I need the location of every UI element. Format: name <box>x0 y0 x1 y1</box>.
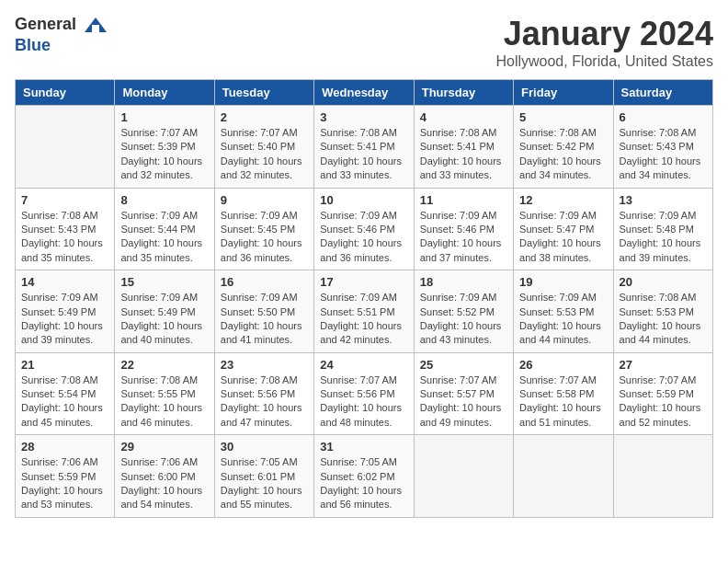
day-info: Sunrise: 7:08 AM Sunset: 5:42 PM Dayligh… <box>519 126 607 183</box>
day-number: 31 <box>320 440 407 454</box>
day-info: Sunrise: 7:09 AM Sunset: 5:51 PM Dayligh… <box>320 291 407 348</box>
day-info: Sunrise: 7:09 AM Sunset: 5:48 PM Dayligh… <box>620 209 707 266</box>
day-info: Sunrise: 7:07 AM Sunset: 5:59 PM Dayligh… <box>620 373 707 431</box>
calendar-cell: 30Sunrise: 7:05 AM Sunset: 6:01 PM Dayli… <box>214 435 313 518</box>
day-number: 24 <box>320 358 407 372</box>
day-number: 10 <box>320 193 407 207</box>
day-number: 13 <box>620 193 707 207</box>
day-info: Sunrise: 7:09 AM Sunset: 5:52 PM Dayligh… <box>420 291 507 348</box>
calendar-cell: 25Sunrise: 7:07 AM Sunset: 5:57 PM Dayli… <box>414 352 513 435</box>
day-number: 23 <box>221 358 308 372</box>
day-number: 29 <box>120 440 208 454</box>
day-number: 25 <box>420 358 507 372</box>
page-header: General Blue January 2024 Hollywood, Flo… <box>15 15 713 70</box>
calendar-cell: 22Sunrise: 7:08 AM Sunset: 5:55 PM Dayli… <box>115 352 214 435</box>
calendar-cell: 1Sunrise: 7:07 AM Sunset: 5:39 PM Daylig… <box>115 106 214 189</box>
day-number: 16 <box>221 275 308 289</box>
day-info: Sunrise: 7:08 AM Sunset: 5:53 PM Dayligh… <box>620 291 707 348</box>
calendar-week-row: 14Sunrise: 7:09 AM Sunset: 5:49 PM Dayli… <box>16 270 713 353</box>
day-number: 12 <box>519 193 607 207</box>
calendar-subtitle: Hollywood, Florida, United States <box>495 53 713 70</box>
day-info: Sunrise: 7:09 AM Sunset: 5:49 PM Dayligh… <box>120 291 208 348</box>
day-number: 28 <box>21 440 108 454</box>
calendar-cell: 27Sunrise: 7:07 AM Sunset: 5:59 PM Dayli… <box>613 352 712 435</box>
day-number: 11 <box>420 193 507 207</box>
day-info: Sunrise: 7:08 AM Sunset: 5:43 PM Dayligh… <box>21 209 108 266</box>
day-number: 8 <box>120 193 208 207</box>
day-number: 17 <box>320 275 407 289</box>
calendar-cell: 9Sunrise: 7:09 AM Sunset: 5:45 PM Daylig… <box>214 188 313 270</box>
calendar-title: January 2024 <box>495 15 713 53</box>
calendar-cell: 8Sunrise: 7:09 AM Sunset: 5:44 PM Daylig… <box>115 188 214 270</box>
day-number: 4 <box>420 110 507 124</box>
day-number: 2 <box>221 110 308 124</box>
calendar-header-row: SundayMondayTuesdayWednesdayThursdayFrid… <box>16 80 713 106</box>
svg-rect-1 <box>92 25 99 32</box>
day-info: Sunrise: 7:08 AM Sunset: 5:56 PM Dayligh… <box>221 373 308 431</box>
day-number: 27 <box>620 358 707 372</box>
calendar-day-header: Friday <box>514 80 613 106</box>
day-info: Sunrise: 7:09 AM Sunset: 5:44 PM Dayligh… <box>120 209 208 266</box>
calendar-cell <box>613 435 712 518</box>
day-info: Sunrise: 7:09 AM Sunset: 5:50 PM Dayligh… <box>221 291 308 348</box>
calendar-cell: 3Sunrise: 7:08 AM Sunset: 5:41 PM Daylig… <box>314 106 414 189</box>
calendar-cell <box>514 435 613 518</box>
day-info: Sunrise: 7:09 AM Sunset: 5:45 PM Dayligh… <box>221 209 308 266</box>
calendar-cell: 21Sunrise: 7:08 AM Sunset: 5:54 PM Dayli… <box>16 352 115 435</box>
day-number: 7 <box>21 193 108 207</box>
calendar-cell: 2Sunrise: 7:07 AM Sunset: 5:40 PM Daylig… <box>214 106 313 189</box>
calendar-cell: 18Sunrise: 7:09 AM Sunset: 5:52 PM Dayli… <box>414 270 513 353</box>
day-info: Sunrise: 7:07 AM Sunset: 5:58 PM Dayligh… <box>519 373 607 431</box>
day-info: Sunrise: 7:05 AM Sunset: 6:01 PM Dayligh… <box>221 455 308 512</box>
calendar-cell: 13Sunrise: 7:09 AM Sunset: 5:48 PM Dayli… <box>613 188 712 270</box>
logo-blue-text: Blue <box>15 36 51 54</box>
calendar-cell: 15Sunrise: 7:09 AM Sunset: 5:49 PM Dayli… <box>115 270 214 353</box>
day-info: Sunrise: 7:06 AM Sunset: 5:59 PM Dayligh… <box>21 455 108 512</box>
calendar-cell: 5Sunrise: 7:08 AM Sunset: 5:42 PM Daylig… <box>514 106 613 189</box>
calendar-cell: 16Sunrise: 7:09 AM Sunset: 5:50 PM Dayli… <box>214 270 313 353</box>
calendar-day-header: Wednesday <box>314 80 414 106</box>
calendar-cell: 20Sunrise: 7:08 AM Sunset: 5:53 PM Dayli… <box>613 270 712 353</box>
day-number: 20 <box>620 275 707 289</box>
day-info: Sunrise: 7:07 AM Sunset: 5:57 PM Dayligh… <box>420 373 507 431</box>
calendar-day-header: Sunday <box>16 80 115 106</box>
day-number: 15 <box>120 275 208 289</box>
calendar-cell: 6Sunrise: 7:08 AM Sunset: 5:43 PM Daylig… <box>613 106 712 189</box>
day-info: Sunrise: 7:05 AM Sunset: 6:02 PM Dayligh… <box>320 455 407 512</box>
calendar-cell: 19Sunrise: 7:09 AM Sunset: 5:53 PM Dayli… <box>514 270 613 353</box>
calendar-cell: 14Sunrise: 7:09 AM Sunset: 5:49 PM Dayli… <box>16 270 115 353</box>
calendar-day-header: Monday <box>115 80 214 106</box>
calendar-day-header: Tuesday <box>214 80 313 106</box>
day-info: Sunrise: 7:08 AM Sunset: 5:43 PM Dayligh… <box>620 126 707 183</box>
calendar-cell: 12Sunrise: 7:09 AM Sunset: 5:47 PM Dayli… <box>514 188 613 270</box>
logo-general-text: General <box>15 15 108 36</box>
day-number: 30 <box>221 440 308 454</box>
calendar-day-header: Thursday <box>414 80 513 106</box>
calendar-cell: 17Sunrise: 7:09 AM Sunset: 5:51 PM Dayli… <box>314 270 414 353</box>
calendar-cell: 10Sunrise: 7:09 AM Sunset: 5:46 PM Dayli… <box>314 188 414 270</box>
day-number: 9 <box>221 193 308 207</box>
calendar-cell: 24Sunrise: 7:07 AM Sunset: 5:56 PM Dayli… <box>314 352 414 435</box>
day-number: 5 <box>519 110 607 124</box>
logo: General Blue <box>15 15 108 55</box>
day-number: 18 <box>420 275 507 289</box>
day-info: Sunrise: 7:07 AM Sunset: 5:39 PM Dayligh… <box>120 126 208 183</box>
logo-icon <box>83 16 108 36</box>
day-number: 6 <box>620 110 707 124</box>
day-info: Sunrise: 7:07 AM Sunset: 5:40 PM Dayligh… <box>221 126 308 183</box>
calendar-cell: 26Sunrise: 7:07 AM Sunset: 5:58 PM Dayli… <box>514 352 613 435</box>
day-info: Sunrise: 7:08 AM Sunset: 5:55 PM Dayligh… <box>120 373 208 431</box>
calendar-week-row: 28Sunrise: 7:06 AM Sunset: 5:59 PM Dayli… <box>16 435 713 518</box>
day-number: 22 <box>120 358 208 372</box>
calendar-cell: 29Sunrise: 7:06 AM Sunset: 6:00 PM Dayli… <box>115 435 214 518</box>
calendar-day-header: Saturday <box>613 80 712 106</box>
day-number: 21 <box>21 358 108 372</box>
day-info: Sunrise: 7:07 AM Sunset: 5:56 PM Dayligh… <box>320 373 407 431</box>
calendar-cell: 23Sunrise: 7:08 AM Sunset: 5:56 PM Dayli… <box>214 352 313 435</box>
day-info: Sunrise: 7:09 AM Sunset: 5:46 PM Dayligh… <box>420 209 507 266</box>
calendar-cell: 31Sunrise: 7:05 AM Sunset: 6:02 PM Dayli… <box>314 435 414 518</box>
calendar-cell: 11Sunrise: 7:09 AM Sunset: 5:46 PM Dayli… <box>414 188 513 270</box>
day-number: 19 <box>519 275 607 289</box>
day-info: Sunrise: 7:09 AM Sunset: 5:49 PM Dayligh… <box>21 291 108 348</box>
calendar-cell: 28Sunrise: 7:06 AM Sunset: 5:59 PM Dayli… <box>16 435 115 518</box>
